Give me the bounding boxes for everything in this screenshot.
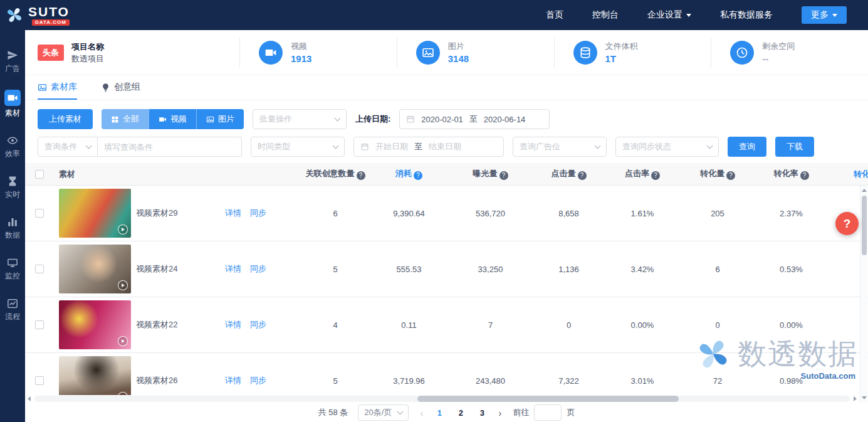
column-material: 素材 [46,169,301,180]
time-type-placeholder: 时间类型 [258,141,290,152]
info-icon[interactable] [357,171,365,180]
time-type-select[interactable]: 时间类型 [251,137,345,157]
sidebar-item-materials[interactable]: 素材 [4,90,21,117]
row-checkbox[interactable] [35,320,44,329]
help-button[interactable]: ? [835,212,859,235]
page-number-2[interactable]: 2 [454,408,467,418]
download-button[interactable]: 下载 [775,137,814,157]
stat-value: 1T [605,54,638,63]
cell-ctr: 3.42% [605,265,680,274]
nav-console[interactable]: 控制台 [592,9,619,21]
database-icon [573,41,597,65]
tab-label: 创意组 [114,82,140,93]
detail-link[interactable]: 详情 [225,375,241,386]
sidebar-item-efficiency[interactable]: 效率 [5,134,20,157]
column-conversions: 转化量 [680,168,755,180]
nav-home[interactable]: 首页 [546,9,563,21]
eye-icon [6,134,19,147]
cell-impressions: 243,480 [448,376,533,386]
tab-material-library[interactable]: 素材库 [38,82,77,100]
sync-link[interactable]: 同步 [250,375,266,386]
select-all-checkbox[interactable] [35,170,44,179]
batch-actions-select[interactable]: 批量操作 [253,109,347,129]
sidebar: 广告 素材 效率 实时 数据 监控 流程 [0,30,25,422]
detail-link[interactable]: 详情 [225,263,241,275]
column-cost: 消耗 [370,168,448,180]
sync-link[interactable]: 同步 [250,208,266,219]
sidebar-item-ads[interactable]: 广告 [5,49,20,72]
material-thumbnail[interactable] [59,300,131,349]
stat-remaining-space: 剩余空间 -- [711,38,868,68]
brand-logo[interactable]: SUTO DATA.COM [0,5,70,26]
hourglass-icon [6,175,19,187]
stat-value: -- [762,54,795,63]
chevron-down-icon [335,115,341,121]
scroll-down-arrow-icon[interactable] [862,396,867,399]
clock-icon [730,41,754,65]
sidebar-item-label: 数据 [5,231,20,239]
video-icon [259,41,283,65]
prev-page-button[interactable]: ‹ [419,408,424,418]
material-thumbnail[interactable] [59,356,131,395]
page-size-select[interactable]: 20条/页 [358,404,409,421]
cell-cvr: 0.00% [755,320,827,330]
upload-material-button[interactable]: 上传素材 [38,109,93,129]
filter-all-button[interactable]: 全部 [102,109,149,129]
material-thumbnail[interactable] [59,189,131,238]
stat-file-size: 文件体积 1T [554,38,711,68]
next-page-button[interactable]: › [497,408,503,418]
info-icon[interactable] [726,171,735,180]
main-content: 头条 项目名称 数透项目 视频 1913 图片 [25,30,868,422]
sidebar-item-workflow[interactable]: 流程 [5,297,20,320]
project-info: 头条 项目名称 数透项目 [38,43,239,63]
material-thumbnail[interactable] [59,245,131,293]
batch-actions-placeholder: 批量操作 [259,113,292,125]
query-condition-select[interactable]: 查询条件 [38,137,98,157]
sidebar-item-data[interactable]: 数据 [5,216,20,239]
sync-status-select[interactable]: 查询同步状态 [615,137,719,157]
nav-more-button[interactable]: 更多 [802,6,847,24]
nav-private-data-service[interactable]: 私有数据服务 [720,9,773,21]
vertical-scrollbar-thumb[interactable] [862,196,867,255]
sync-link[interactable]: 同步 [250,319,266,330]
video-icon [4,90,21,106]
row-checkbox[interactable] [35,209,44,218]
goto-page-input[interactable] [534,404,562,421]
ad-slot-select[interactable]: 查询广告位 [513,137,607,157]
video-icon [159,115,167,124]
detail-link[interactable]: 详情 [225,208,241,219]
nav-enterprise-settings[interactable]: 企业设置 [647,9,691,21]
page-number-1[interactable]: 1 [433,408,446,418]
scroll-up-arrow-icon[interactable] [862,189,867,192]
sidebar-item-realtime[interactable]: 实时 [5,175,20,198]
filter-video-button[interactable]: 视频 [149,109,196,129]
detail-link[interactable]: 详情 [225,319,241,330]
info-icon[interactable] [651,171,660,180]
page-number-3[interactable]: 3 [476,408,488,418]
row-checkbox[interactable] [35,265,44,273]
cell-cvr: 2.37% [755,209,827,218]
date-range-separator: 至 [469,113,478,125]
scroll-left-arrow-icon[interactable] [28,396,31,401]
sync-link[interactable]: 同步 [250,263,266,275]
horizontal-scrollbar-thumb[interactable] [417,396,678,402]
info-icon[interactable] [499,171,508,180]
tab-creative-group[interactable]: 创意组 [101,82,140,100]
sidebar-item-label: 素材 [5,109,20,117]
play-icon [118,280,128,290]
info-icon[interactable] [414,171,422,180]
filter-image-button[interactable]: 图片 [196,109,244,129]
query-button[interactable]: 查询 [728,137,766,157]
scroll-right-arrow-icon[interactable] [854,396,857,401]
material-type-filter-group: 全部 视频 图片 [102,109,244,129]
info-icon[interactable] [800,171,809,180]
cell-creatives: 5 [301,265,370,274]
query-date-range-picker[interactable]: 开始日期 至 结束日期 [353,137,504,157]
query-condition-input[interactable] [98,137,242,157]
cell-impressions: 536,720 [448,209,533,218]
upload-date-range-picker[interactable]: 2020-02-01 至 2020-06-14 [399,109,550,129]
platform-badge-toutiao: 头条 [38,45,64,61]
row-checkbox[interactable] [35,376,44,385]
info-icon[interactable] [578,171,587,180]
sidebar-item-monitoring[interactable]: 监控 [5,256,20,280]
